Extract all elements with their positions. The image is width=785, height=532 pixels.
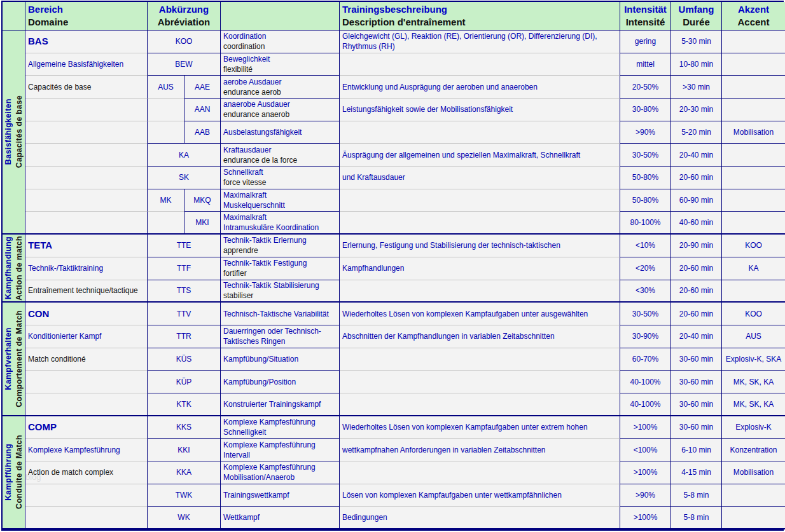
intensity-cell: <20% [620, 257, 671, 280]
header-volume: Umfang Durée [671, 2, 722, 31]
abbr-right-cell: MKQ [184, 189, 221, 212]
accent-cell [722, 31, 785, 53]
domain-cell: Komplexe Kampfesführung [25, 439, 148, 461]
description-cell: Wiederholtes Lösen von komplexen Kampfau… [340, 303, 620, 325]
description-cell [340, 121, 620, 144]
description-cell [340, 461, 620, 484]
domain-cell: COMP [25, 416, 148, 439]
domain-cell [25, 371, 148, 393]
name-cell: MaximalkraftMuskelquerschnitt [221, 189, 340, 212]
intensity-cell: 80-100% [620, 212, 671, 235]
volume-cell: 20-60 min [671, 303, 722, 325]
intensity-cell: >90% [620, 484, 671, 507]
accent-cell: MK, SK, KA [722, 393, 785, 416]
header-abbreviation: Abkürzung Abréviation [148, 2, 221, 31]
description-cell [340, 348, 620, 371]
accent-cell [722, 189, 785, 212]
name-cell: Wettkampf [221, 507, 340, 529]
training-table-grid: Bereich Domaine Abkürzung Abréviation Tr… [3, 2, 782, 529]
abbr-cell: TTS [148, 280, 221, 303]
accent-cell: Mobilisation [722, 461, 785, 484]
domain-cell: CON [25, 303, 148, 325]
header-corner-cell [3, 2, 25, 31]
intensity-cell: <10% [620, 235, 671, 257]
domain-cell: Allgemeine Basisfähigkeiten [25, 53, 148, 76]
accent-cell [722, 280, 785, 303]
header-description: Trainingsbeschreibung Description d'entr… [340, 2, 620, 31]
volume-cell: 4-15 min [671, 461, 722, 484]
accent-cell: KOO [722, 303, 785, 325]
accent-cell: KA [722, 257, 785, 280]
abbr-cell: KÜP [148, 371, 221, 393]
intensity-cell: 20-50% [620, 76, 671, 99]
domain-cell: Capacités de base [25, 76, 148, 99]
name-cell: Trainingswettkampf [221, 484, 340, 507]
description-cell [340, 189, 620, 212]
domain-cell [25, 507, 148, 529]
accent-cell [722, 144, 785, 167]
header-domain-fr: Domaine [28, 16, 147, 29]
accent-cell: AUS [722, 325, 785, 348]
domain-cell: Entraînement technique/tactique [25, 280, 148, 303]
volume-cell: 10-80 min [671, 53, 722, 76]
accent-cell [722, 76, 785, 99]
header-accent-de: Akzent [738, 3, 769, 16]
volume-cell: 5-30 min [671, 31, 722, 53]
accent-cell [722, 99, 785, 121]
description-cell: Lösen von komplexen Kampfaufgaben unter … [340, 484, 620, 507]
domain-cell: Action de match complex [25, 461, 148, 484]
abbr-right-cell: AAN [184, 99, 221, 121]
intensity-cell: 30-50% [620, 303, 671, 325]
domain-cell: Technik-/Taktiktraining [25, 257, 148, 280]
domain-cell: Match conditioné [25, 348, 148, 371]
domain-cell [25, 484, 148, 507]
abbr-cell: KÜS [148, 348, 221, 371]
domain-cell [25, 167, 148, 189]
intensity-cell: 60-70% [620, 348, 671, 371]
name-cell: Koordinationcoordination [221, 31, 340, 53]
name-cell: Technik-Taktik Erlernungapprendre [221, 235, 340, 257]
section-side-label: BasisfähigkeitenCapacités de base [3, 31, 25, 235]
description-cell [340, 212, 620, 235]
intensity-cell: >90% [620, 121, 671, 144]
accent-cell: MK, SK, KA [722, 371, 785, 393]
abbr-left-cell: MK [148, 189, 184, 212]
description-cell [340, 53, 620, 76]
abbr-cell: BEW [148, 53, 221, 76]
abbr-cell: TTE [148, 235, 221, 257]
abbr-left-cell [148, 99, 184, 121]
intensity-cell: 30-50% [620, 144, 671, 167]
header-accent: Akzent Accent [722, 2, 785, 31]
domain-cell: BAS [25, 31, 148, 53]
header-abbreviation-fr: Abréviation [158, 16, 211, 29]
name-cell: MaximalkraftIntramuskuläre Koordination [221, 212, 340, 235]
abbr-cell: KA [148, 144, 221, 167]
accent-cell: Mobilisation [722, 121, 785, 144]
abbr-right-cell: AAE [184, 76, 221, 99]
name-cell: Kraftausdauerendurance de la force [221, 144, 340, 167]
intensity-cell: >100% [620, 461, 671, 484]
header-accent-fr: Accent [737, 16, 769, 29]
description-cell: Gleichgewicht (GL), Reaktion (RE), Orien… [340, 31, 620, 53]
volume-cell: 30-60 min [671, 416, 722, 439]
volume-cell: 30-60 min [671, 371, 722, 393]
domain-cell [25, 212, 148, 235]
description-cell: Wiederholtes Lösen von komplexen Kampfau… [340, 416, 620, 439]
description-cell: Leistungsfähigkeit sowie der Mobilisatio… [340, 99, 620, 121]
description-cell [340, 393, 620, 416]
name-cell: Komplexe KampfesführungIntervall [221, 439, 340, 461]
header-description-fr: Description d'entraînement [342, 16, 620, 29]
description-cell: Kampfhandlungen [340, 257, 620, 280]
volume-cell: 20-40 min [671, 325, 722, 348]
abbr-cell: KTK [148, 393, 221, 416]
volume-cell: 40-60 min [671, 212, 722, 235]
intensity-cell: >100% [620, 507, 671, 529]
abbr-cell: KKA [148, 461, 221, 484]
volume-cell: 20-60 min [671, 167, 722, 189]
header-intensity-de: Intensität [624, 3, 667, 16]
description-cell: Erlernung, Festigung und Stabilisierung … [340, 235, 620, 257]
volume-cell: 20-60 min [671, 280, 722, 303]
volume-cell: 5-8 min [671, 507, 722, 529]
abbr-cell: TWK [148, 484, 221, 507]
name-cell: Beweglichkeitflexibilité [221, 53, 340, 76]
